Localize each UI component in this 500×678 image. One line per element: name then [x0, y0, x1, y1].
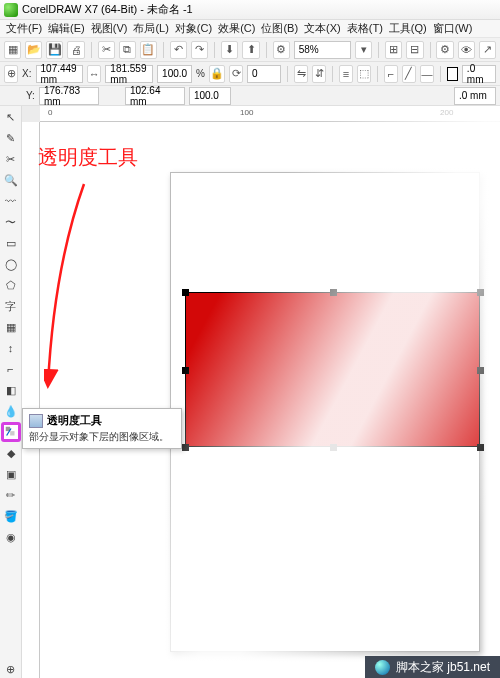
ellipse-tool-icon[interactable]: ◯ — [2, 255, 20, 273]
position-icon: ⊕ — [4, 65, 18, 83]
tooltip-description: 部分显示对象下层的图像区域。 — [29, 430, 175, 444]
effects-tool-icon[interactable]: ◧ — [2, 381, 20, 399]
selected-rectangle[interactable] — [185, 292, 480, 447]
rectangle-tool-icon[interactable]: ▭ — [2, 234, 20, 252]
mirror-h-icon[interactable]: ⇋ — [294, 65, 308, 83]
eyedropper-tool-icon[interactable]: 💧 — [2, 402, 20, 420]
menu-tools[interactable]: 工具(Q) — [389, 21, 427, 36]
selection-handle[interactable] — [330, 444, 337, 451]
launch-icon[interactable]: ↗ — [479, 41, 496, 59]
shape-tool-icon[interactable]: ✎ — [2, 129, 20, 147]
selection-handle[interactable] — [182, 367, 189, 374]
stroke1-field[interactable]: .0 mm — [462, 65, 496, 83]
title-bar: CorelDRAW X7 (64-Bit) - 未命名 -1 — [0, 0, 500, 20]
smart-fill-icon[interactable]: ▣ — [2, 465, 20, 483]
rotation-field[interactable]: 0 — [247, 65, 281, 83]
height-field[interactable]: 102.64 mm — [125, 87, 185, 105]
snap-icon[interactable]: ⊞ — [385, 41, 402, 59]
cut-icon[interactable]: ✂ — [98, 41, 115, 59]
menu-layout[interactable]: 布局(L) — [133, 21, 168, 36]
outline-pen-icon[interactable]: ✏ — [2, 486, 20, 504]
corner-icon[interactable]: ⌐ — [384, 65, 398, 83]
zoom-tool-icon[interactable]: 🔍 — [2, 171, 20, 189]
y-field[interactable]: 176.783 mm — [39, 87, 99, 105]
arrow-start-icon[interactable]: — — [420, 65, 434, 83]
selection-handle[interactable] — [477, 367, 484, 374]
outline-color-swatch[interactable] — [447, 67, 458, 81]
expand-toolbox-icon[interactable]: ⊕ — [2, 660, 20, 678]
tooltip-icon — [29, 414, 43, 428]
menu-edit[interactable]: 编辑(E) — [48, 21, 85, 36]
menu-file[interactable]: 文件(F) — [6, 21, 42, 36]
artistic-media-icon[interactable]: 〜 — [2, 213, 20, 231]
tooltip: 透明度工具 部分显示对象下层的图像区域。 — [22, 408, 182, 449]
text-tool-icon[interactable]: 字 — [2, 297, 20, 315]
print-icon[interactable]: 🖨 — [67, 41, 84, 59]
fill-tool-icon[interactable]: 🪣 — [2, 507, 20, 525]
transparency-tool-icon[interactable] — [2, 423, 20, 441]
table-tool-icon[interactable]: ▦ — [2, 318, 20, 336]
connector-tool-icon[interactable]: ⌐ — [2, 360, 20, 378]
interactive-fill-icon[interactable]: ◆ — [2, 444, 20, 462]
property-bar-row2: Y: 176.783 mm 102.64 mm 100.0 .0 mm — [0, 86, 500, 106]
freehand-tool-icon[interactable]: 〰 — [2, 192, 20, 210]
crop-tool-icon[interactable]: ✂ — [2, 150, 20, 168]
menu-object[interactable]: 对象(C) — [175, 21, 212, 36]
menu-view[interactable]: 视图(V) — [91, 21, 128, 36]
polygon-tool-icon[interactable]: ⬠ — [2, 276, 20, 294]
stroke2-field[interactable]: .0 mm — [454, 87, 496, 105]
menu-text[interactable]: 文本(X) — [304, 21, 341, 36]
x-field[interactable]: 107.449 mm — [36, 65, 84, 83]
options-icon[interactable]: ⚙ — [436, 41, 453, 59]
dimension-tool-icon[interactable]: ↕ — [2, 339, 20, 357]
watermark: 脚本之家 jb51.net — [365, 656, 500, 678]
mirror-v-icon[interactable]: ⇵ — [312, 65, 326, 83]
paste-icon[interactable]: 📋 — [140, 41, 157, 59]
menu-window[interactable]: 窗口(W) — [433, 21, 473, 36]
selection-handle[interactable] — [330, 289, 337, 296]
redo-icon[interactable]: ↷ — [191, 41, 208, 59]
pick-tool-icon[interactable]: ↖ — [2, 108, 20, 126]
menu-effects[interactable]: 效果(C) — [218, 21, 255, 36]
order-icon[interactable]: ⬚ — [357, 65, 371, 83]
width-field[interactable]: 181.559 mm — [105, 65, 153, 83]
open-icon[interactable]: 📂 — [25, 41, 42, 59]
outline-icon[interactable]: ╱ — [402, 65, 416, 83]
selection-handle[interactable] — [182, 444, 189, 451]
watermark-icon — [375, 660, 390, 675]
annotation-label: 透明度工具 — [38, 144, 138, 171]
selection-handle[interactable] — [477, 444, 484, 451]
lock-ratio-icon[interactable]: 🔒 — [209, 65, 225, 83]
size-icon: ↔ — [87, 65, 101, 83]
view-icon[interactable]: 👁 — [458, 41, 475, 59]
menu-bitmap[interactable]: 位图(B) — [261, 21, 298, 36]
scale-x-field[interactable]: 100.0 — [157, 65, 192, 83]
import-icon[interactable]: ⬇ — [221, 41, 238, 59]
save-icon[interactable]: 💾 — [46, 41, 63, 59]
drawing-canvas[interactable] — [40, 122, 500, 678]
menu-bar[interactable]: 文件(F) 编辑(E) 视图(V) 布局(L) 对象(C) 效果(C) 位图(B… — [0, 20, 500, 38]
publish-icon[interactable]: ⚙ — [273, 41, 290, 59]
align-icon[interactable]: ≡ — [339, 65, 353, 83]
rotate-icon: ⟳ — [229, 65, 243, 83]
svg-rect-1 — [10, 431, 14, 435]
window-title: CorelDRAW X7 (64-Bit) - 未命名 -1 — [22, 2, 193, 17]
selection-handle[interactable] — [182, 289, 189, 296]
new-doc-icon[interactable]: ▦ — [4, 41, 21, 59]
export-icon[interactable]: ⬆ — [242, 41, 259, 59]
horizontal-ruler: 0 100 200 — [40, 106, 500, 122]
scale-y-field[interactable]: 100.0 — [189, 87, 231, 105]
watermark-text: 脚本之家 jb51.net — [396, 659, 490, 676]
pct-label: % — [196, 68, 205, 79]
color-tool-icon[interactable]: ◉ — [2, 528, 20, 546]
selection-handle[interactable] — [477, 289, 484, 296]
app-logo-icon — [4, 3, 18, 17]
canvas-area[interactable]: 0 100 200 — [22, 106, 500, 678]
undo-icon[interactable]: ↶ — [170, 41, 187, 59]
guides-icon[interactable]: ⊟ — [406, 41, 423, 59]
copy-icon[interactable]: ⧉ — [119, 41, 136, 59]
standard-toolbar: ▦ 📂 💾 🖨 ✂ ⧉ 📋 ↶ ↷ ⬇ ⬆ ⚙ 58% ▾ ⊞ ⊟ ⚙ 👁 ↗ — [0, 38, 500, 62]
zoom-field[interactable]: 58% — [294, 41, 351, 59]
zoom-dropdown-icon[interactable]: ▾ — [355, 41, 372, 59]
menu-table[interactable]: 表格(T) — [347, 21, 383, 36]
